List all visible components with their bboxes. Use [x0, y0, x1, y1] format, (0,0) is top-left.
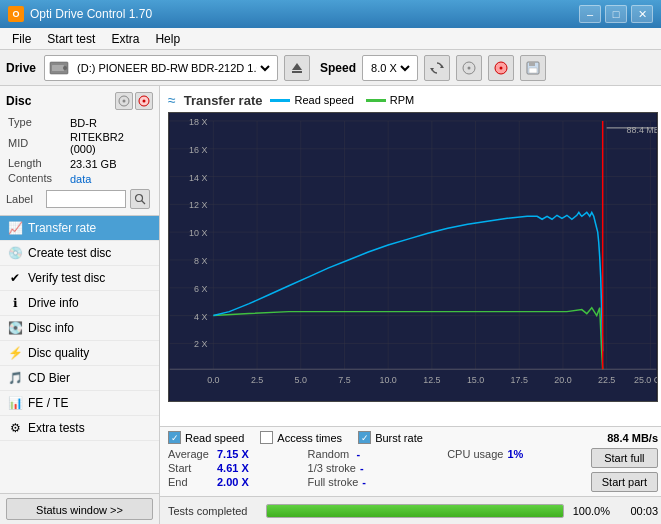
- eject-icon: [290, 61, 304, 75]
- stats-and-buttons: Average 7.15 X Random - CPU usage 1% Sta…: [168, 448, 658, 492]
- close-button[interactable]: ✕: [631, 5, 653, 23]
- title-buttons: – □ ✕: [579, 5, 653, 23]
- svg-text:0.0: 0.0: [207, 375, 219, 385]
- burst-rate-value: 88.4 MB/s: [607, 432, 658, 444]
- disc-label-input[interactable]: [46, 190, 126, 208]
- progress-label: Tests completed: [168, 505, 258, 517]
- nav-drive-info[interactable]: ℹ Drive info: [0, 291, 159, 316]
- legend-read-speed-color: [270, 99, 290, 102]
- stat-cpu-label: CPU usage: [447, 448, 503, 460]
- save-icon: [526, 61, 540, 75]
- svg-text:12 X: 12 X: [189, 200, 207, 210]
- chart-title: Transfer rate: [184, 93, 263, 108]
- svg-rect-20: [170, 113, 657, 401]
- burn-button[interactable]: [488, 55, 514, 81]
- chart-container: ≈ Transfer rate Read speed RPM: [160, 86, 661, 426]
- start-full-button[interactable]: Start full: [591, 448, 658, 468]
- nav-fe-te[interactable]: 📊 FE / TE: [0, 391, 159, 416]
- nav-disc-quality[interactable]: ⚡ Disc quality: [0, 341, 159, 366]
- nav-disc-info[interactable]: 💽 Disc info: [0, 316, 159, 341]
- start-part-button[interactable]: Start part: [591, 472, 658, 492]
- legend-read-speed-label: Read speed: [294, 94, 353, 106]
- maximize-button[interactable]: □: [605, 5, 627, 23]
- read-speed-checkbox[interactable]: ✓: [168, 431, 181, 444]
- burst-rate-checkbox[interactable]: ✓: [358, 431, 371, 444]
- stat-cpu-row: CPU usage 1%: [447, 448, 583, 460]
- verify-test-disc-icon: ✔: [8, 271, 22, 285]
- action-buttons: Start full Start part: [583, 448, 658, 492]
- stat-1-3-row: 1/3 stroke -: [308, 462, 444, 474]
- menu-file[interactable]: File: [4, 30, 39, 48]
- drive-icon: [49, 60, 69, 76]
- menu-start-test[interactable]: Start test: [39, 30, 103, 48]
- title-bar: O Opti Drive Control 1.70 – □ ✕: [0, 0, 661, 28]
- stat-start-label: Start: [168, 462, 213, 474]
- svg-text:7.5: 7.5: [338, 375, 350, 385]
- speed-selector[interactable]: 8.0 X: [367, 61, 413, 75]
- menu-extra[interactable]: Extra: [103, 30, 147, 48]
- checkbox-access-times[interactable]: Access times: [260, 431, 342, 444]
- svg-point-8: [468, 66, 471, 69]
- stat-end-row: End 2.00 X: [168, 476, 304, 488]
- refresh-button[interactable]: [424, 55, 450, 81]
- disc-mid-label: MID: [8, 131, 68, 155]
- progress-percent: 100.0%: [572, 505, 610, 517]
- svg-text:10 X: 10 X: [189, 228, 207, 238]
- svg-text:4 X: 4 X: [194, 312, 207, 322]
- drive-label: Drive: [6, 61, 36, 75]
- disc-label-text: Label: [6, 193, 42, 205]
- svg-rect-1: [52, 65, 64, 71]
- save-button[interactable]: [520, 55, 546, 81]
- burst-rate-checkbox-label: Burst rate: [375, 432, 423, 444]
- drive-select-wrapper[interactable]: (D:) PIONEER BD-RW BDR-212D 1.00: [44, 55, 278, 81]
- disc-title: Disc: [6, 94, 31, 108]
- stat-1-3-value: -: [360, 462, 364, 474]
- nav-verify-test-disc[interactable]: ✔ Verify test disc: [0, 266, 159, 291]
- access-times-checkbox-label: Access times: [277, 432, 342, 444]
- disc-icon: [462, 61, 476, 75]
- disc-mid-row: MID RITEKBR2 (000): [8, 131, 151, 155]
- nav-cd-bier-label: CD Bier: [28, 371, 70, 385]
- disc-icon-btn1[interactable]: [115, 92, 133, 110]
- eject-button[interactable]: [284, 55, 310, 81]
- toolbar: Drive (D:) PIONEER BD-RW BDR-212D 1.00 S…: [0, 50, 661, 86]
- svg-text:88.4 MB/s: 88.4 MB/s: [627, 125, 658, 135]
- disc-icon-btn2[interactable]: [135, 92, 153, 110]
- stat-end-label: End: [168, 476, 213, 488]
- legend-rpm-color: [366, 99, 386, 102]
- progress-area: Tests completed 100.0% 00:03: [160, 496, 661, 524]
- stat-full-stroke-label: Full stroke: [308, 476, 359, 488]
- status-window-button[interactable]: Status window >>: [6, 498, 153, 520]
- right-panel: ≈ Transfer rate Read speed RPM: [160, 86, 661, 524]
- checkbox-read-speed[interactable]: ✓ Read speed: [168, 431, 244, 444]
- app-icon: O: [8, 6, 24, 22]
- minimize-button[interactable]: –: [579, 5, 601, 23]
- svg-line-19: [142, 201, 146, 205]
- disc-info-icon: 💽: [8, 321, 22, 335]
- drive-selector[interactable]: (D:) PIONEER BD-RW BDR-212D 1.00: [73, 61, 273, 75]
- create-test-disc-icon: 💿: [8, 246, 22, 260]
- stat-average-value: 7.15 X: [217, 448, 249, 460]
- svg-rect-12: [529, 62, 535, 66]
- disc-type-value: BD-R: [70, 116, 151, 129]
- access-times-checkbox[interactable]: [260, 431, 273, 444]
- disc-button[interactable]: [456, 55, 482, 81]
- nav-transfer-rate[interactable]: 📈 Transfer rate: [0, 216, 159, 241]
- disc-length-label: Length: [8, 157, 68, 170]
- app-title: Opti Drive Control 1.70: [30, 7, 152, 21]
- stat-average-row: Average 7.15 X: [168, 448, 304, 460]
- menu-help[interactable]: Help: [147, 30, 188, 48]
- disc-contents-link[interactable]: data: [70, 173, 91, 185]
- stat-start-row: Start 4.61 X: [168, 462, 304, 474]
- stat-random-value: -: [357, 448, 361, 460]
- nav-disc-info-label: Disc info: [28, 321, 74, 335]
- nav-cd-bier[interactable]: 🎵 CD Bier: [0, 366, 159, 391]
- speed-select-wrapper[interactable]: 8.0 X: [362, 55, 418, 81]
- nav-extra-tests[interactable]: ⚙ Extra tests: [0, 416, 159, 441]
- checkbox-burst-rate[interactable]: ✓ Burst rate: [358, 431, 423, 444]
- svg-text:25.0 GB: 25.0 GB: [634, 375, 658, 385]
- progress-bar-wrapper: [266, 504, 564, 518]
- stat-full-stroke-row: Full stroke -: [308, 476, 444, 488]
- disc-label-btn[interactable]: [130, 189, 150, 209]
- nav-create-test-disc[interactable]: 💿 Create test disc: [0, 241, 159, 266]
